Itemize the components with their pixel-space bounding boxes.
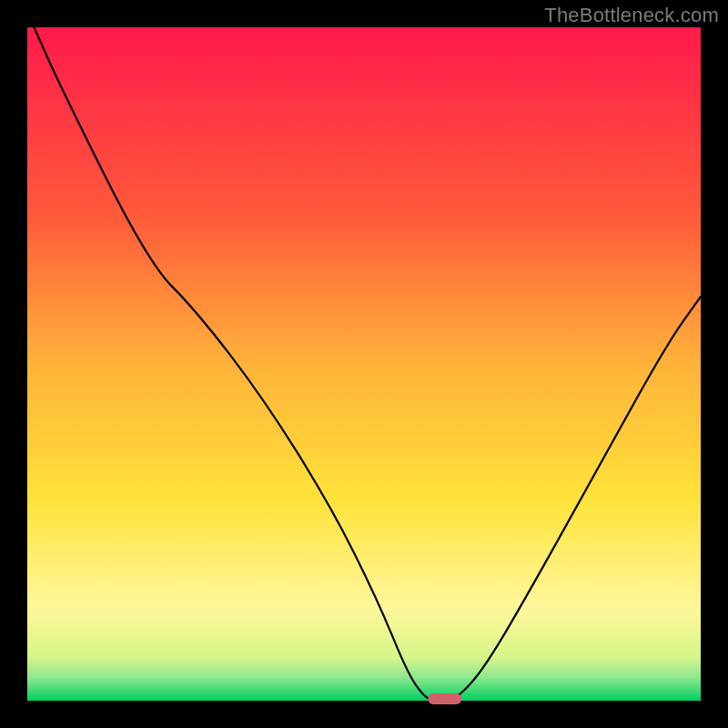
bottleneck-chart: TheBottleneck.com xyxy=(0,0,728,728)
optimal-range-marker xyxy=(428,693,461,704)
chart-canvas xyxy=(0,0,728,728)
watermark-text: TheBottleneck.com xyxy=(544,4,719,27)
plot-background xyxy=(27,27,701,701)
